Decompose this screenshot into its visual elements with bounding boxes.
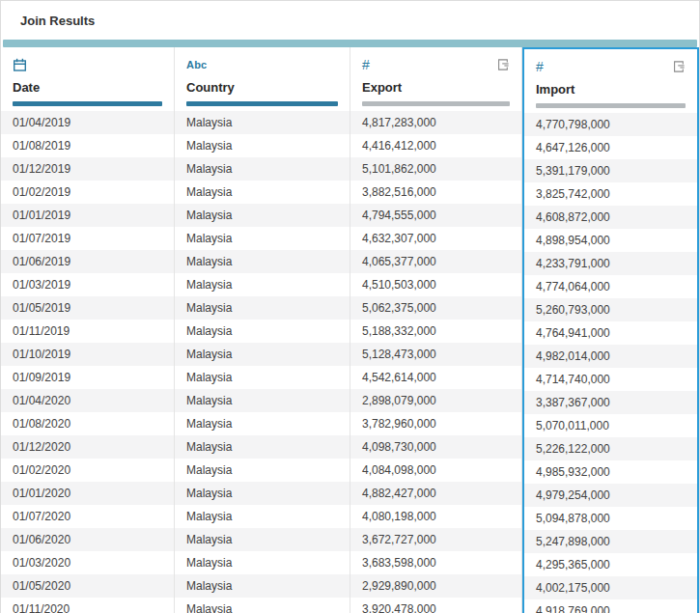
table-cell[interactable]: Malaysia bbox=[175, 505, 350, 528]
table-cell[interactable]: 01/12/2020 bbox=[1, 435, 174, 459]
table-cell[interactable]: 01/04/2019 bbox=[1, 111, 174, 134]
table-cell[interactable]: 01/04/2020 bbox=[1, 389, 174, 412]
table-cell[interactable]: 4,080,198,000 bbox=[350, 505, 521, 528]
table-cell[interactable]: 01/07/2020 bbox=[1, 505, 174, 528]
table-cell[interactable]: 5,128,473,000 bbox=[350, 343, 521, 366]
column-header-country[interactable]: AbcCountry bbox=[175, 47, 350, 111]
table-cell[interactable]: 4,542,614,000 bbox=[350, 366, 521, 389]
table-cell[interactable]: 4,764,941,000 bbox=[524, 321, 697, 345]
table-cell[interactable]: 4,794,555,000 bbox=[350, 204, 521, 227]
table-cell[interactable]: Malaysia bbox=[175, 389, 350, 412]
table-cell[interactable]: 01/05/2020 bbox=[1, 574, 174, 598]
table-cell[interactable]: Malaysia bbox=[175, 134, 350, 157]
table-cell[interactable]: 4,065,377,000 bbox=[350, 250, 521, 273]
table-cell[interactable]: Malaysia bbox=[175, 157, 350, 181]
table-cell[interactable]: 01/06/2019 bbox=[1, 250, 174, 273]
table-cell[interactable]: 01/06/2020 bbox=[1, 528, 174, 551]
column-date: Date01/04/201901/08/201901/12/201901/02/… bbox=[1, 47, 175, 613]
table-cell[interactable]: Malaysia bbox=[175, 250, 350, 273]
table-cell[interactable]: 01/01/2020 bbox=[1, 482, 174, 505]
table-cell[interactable]: Malaysia bbox=[175, 320, 350, 343]
table-cell[interactable]: Malaysia bbox=[175, 181, 350, 204]
table-cell[interactable]: Malaysia bbox=[175, 111, 350, 134]
table-cell[interactable]: 4,002,175,000 bbox=[524, 576, 697, 599]
table-cell[interactable]: 3,387,367,000 bbox=[524, 391, 697, 414]
table-cell[interactable]: 01/02/2019 bbox=[1, 181, 174, 204]
table-cell[interactable]: 3,825,742,000 bbox=[524, 182, 697, 206]
table-cell[interactable]: 5,070,011,000 bbox=[524, 414, 697, 437]
table-cell[interactable]: 2,929,890,000 bbox=[350, 574, 521, 598]
table-cell[interactable]: Malaysia bbox=[175, 574, 350, 598]
table-cell[interactable]: Malaysia bbox=[175, 296, 350, 320]
table-cell[interactable]: 4,510,503,000 bbox=[350, 273, 521, 296]
table-cell[interactable]: Malaysia bbox=[175, 366, 350, 389]
table-cell[interactable]: 01/11/2019 bbox=[1, 320, 174, 343]
table-cell[interactable]: Malaysia bbox=[175, 273, 350, 296]
table-cell[interactable]: Malaysia bbox=[175, 482, 350, 505]
table-cell[interactable]: 5,188,332,000 bbox=[350, 320, 521, 343]
table-cell[interactable]: 3,672,727,000 bbox=[350, 528, 521, 551]
table-cell[interactable]: 3,683,598,000 bbox=[350, 551, 521, 574]
table-cell[interactable]: Malaysia bbox=[175, 528, 350, 551]
table-cell[interactable]: Malaysia bbox=[175, 551, 350, 574]
table-cell[interactable]: 01/03/2020 bbox=[1, 551, 174, 574]
table-cell[interactable]: 01/05/2019 bbox=[1, 296, 174, 320]
table-cell[interactable]: 5,094,878,000 bbox=[524, 507, 697, 530]
table-cell[interactable]: Malaysia bbox=[175, 343, 350, 366]
table-cell[interactable]: 3,920,478,000 bbox=[350, 598, 521, 613]
field-header-rule bbox=[13, 101, 162, 106]
table-cell[interactable]: 01/09/2019 bbox=[1, 366, 174, 389]
table-cell[interactable]: 2,898,079,000 bbox=[350, 389, 521, 412]
table-cell[interactable]: 01/10/2019 bbox=[1, 343, 174, 366]
table-cell[interactable]: 01/03/2019 bbox=[1, 273, 174, 296]
panel-title: Join Results bbox=[20, 14, 95, 28]
table-cell[interactable]: 4,918,769,000 bbox=[524, 599, 697, 613]
table-cell[interactable]: 4,608,872,000 bbox=[524, 206, 697, 229]
table-cell[interactable]: 5,226,122,000 bbox=[524, 437, 697, 460]
table-cell[interactable]: 4,979,254,000 bbox=[524, 484, 697, 507]
table-cell[interactable]: 4,898,954,000 bbox=[524, 229, 697, 252]
table-cell[interactable]: 01/01/2019 bbox=[1, 204, 174, 227]
table-cell[interactable]: 4,647,126,000 bbox=[524, 136, 697, 159]
table-cell[interactable]: 5,062,375,000 bbox=[350, 296, 521, 320]
table-cell[interactable]: 01/02/2020 bbox=[1, 459, 174, 482]
table-cell[interactable]: 4,295,365,000 bbox=[524, 553, 697, 576]
table-cell[interactable]: 5,247,898,000 bbox=[524, 530, 697, 553]
table-cell[interactable]: 4,714,740,000 bbox=[524, 368, 697, 391]
table-cell[interactable]: 01/07/2019 bbox=[1, 227, 174, 250]
field-header-rule bbox=[186, 101, 338, 106]
table-cell[interactable]: 4,416,412,000 bbox=[350, 134, 521, 157]
table-cell[interactable]: 4,985,932,000 bbox=[524, 460, 697, 484]
table-cell[interactable]: 5,391,179,000 bbox=[524, 159, 697, 182]
table-cell[interactable]: 3,782,960,000 bbox=[350, 412, 521, 435]
column-header-date[interactable]: Date bbox=[1, 47, 174, 111]
column-header-export[interactable]: #Export bbox=[350, 47, 521, 111]
table-cell[interactable]: Malaysia bbox=[175, 598, 350, 613]
table-cell[interactable]: Malaysia bbox=[175, 435, 350, 459]
table-cell[interactable]: 4,982,014,000 bbox=[524, 345, 697, 368]
table-cell[interactable]: 4,770,798,000 bbox=[524, 113, 697, 136]
table-cell[interactable]: 01/11/2020 bbox=[1, 598, 174, 613]
table-cell[interactable]: 4,098,730,000 bbox=[350, 435, 521, 459]
table-cell[interactable]: Malaysia bbox=[175, 204, 350, 227]
table-cell[interactable]: 4,882,427,000 bbox=[350, 482, 521, 505]
table-cell[interactable]: Malaysia bbox=[175, 459, 350, 482]
table-cell[interactable]: Malaysia bbox=[175, 227, 350, 250]
column-type-row bbox=[13, 57, 162, 73]
table-cell[interactable]: 3,882,516,000 bbox=[350, 181, 521, 204]
table-cell[interactable]: 01/12/2019 bbox=[1, 157, 174, 181]
table-cell[interactable]: 4,817,283,000 bbox=[350, 111, 521, 134]
table-cell[interactable]: 5,101,862,000 bbox=[350, 157, 521, 181]
table-cell[interactable]: 4,233,791,000 bbox=[524, 252, 697, 275]
horizontal-scrollbar[interactable] bbox=[3, 40, 697, 47]
table-cell[interactable]: Malaysia bbox=[175, 412, 350, 435]
column-header-import[interactable]: #Import bbox=[524, 49, 697, 113]
table-cell[interactable]: 5,260,793,000 bbox=[524, 298, 697, 321]
table-cell[interactable]: 4,084,098,000 bbox=[350, 459, 521, 482]
panel-title-bar: Join Results bbox=[1, 1, 699, 40]
table-cell[interactable]: 4,632,307,000 bbox=[350, 227, 521, 250]
column-cells: 4,817,283,0004,416,412,0005,101,862,0003… bbox=[350, 111, 521, 613]
table-cell[interactable]: 01/08/2020 bbox=[1, 412, 174, 435]
table-cell[interactable]: 01/08/2019 bbox=[1, 134, 174, 157]
table-cell[interactable]: 4,774,064,000 bbox=[524, 275, 697, 298]
